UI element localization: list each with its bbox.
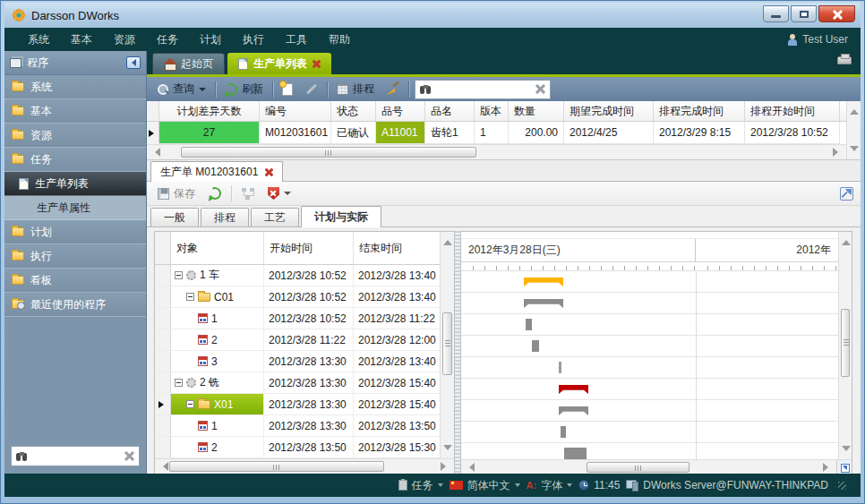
plan-hscrollbar[interactable]	[155, 458, 454, 474]
menu-item-0[interactable]: 系统	[17, 29, 60, 51]
printer-icon[interactable]	[837, 56, 852, 64]
new-button[interactable]	[278, 81, 296, 98]
orders-col-header-5[interactable]: 版本	[475, 101, 509, 121]
resize-grip-icon[interactable]	[838, 482, 846, 490]
tab-home[interactable]: 起始页	[152, 53, 225, 74]
orders-col-header-7[interactable]: 期望完成时间	[564, 101, 654, 121]
orders-col-header-3[interactable]: 品号	[376, 101, 425, 121]
plan-col-header-1[interactable]: 开始时间	[264, 232, 354, 264]
status-task-menu[interactable]: 任务	[398, 478, 443, 493]
sidebar-item-7[interactable]: 执行	[4, 244, 146, 269]
scroll-thumb[interactable]	[169, 461, 384, 472]
subtab-3[interactable]: 计划与实际	[301, 206, 381, 227]
menu-item-5[interactable]: 执行	[232, 29, 275, 51]
tab-close-icon[interactable]	[313, 60, 321, 68]
orders-col-header-0[interactable]: 计划差异天数	[159, 101, 260, 121]
menu-item-6[interactable]: 工具	[275, 29, 318, 51]
scroll-left-icon[interactable]	[150, 148, 160, 157]
gantt-hscrollbar[interactable]	[461, 460, 836, 474]
sidebar-item-4[interactable]: 生产单列表	[4, 172, 146, 196]
clear-icon[interactable]	[124, 451, 134, 461]
scroll-thumb[interactable]	[442, 312, 452, 375]
gantt-bar-2[interactable]	[526, 319, 532, 330]
maximize-button[interactable]	[791, 5, 817, 22]
menu-item-4[interactable]: 计划	[189, 29, 232, 51]
subtab-0[interactable]: 一般	[150, 208, 199, 226]
orders-data-row[interactable]: 27M012031601已确认A11001齿轮11200.002012/4/25…	[147, 122, 846, 144]
plan-row-3[interactable]: 22012/3/28 11:222012/3/28 12:00	[155, 329, 440, 351]
gantt-bar-7[interactable]	[561, 426, 566, 438]
status-font-menu[interactable]: A: 字体	[527, 478, 573, 493]
tree-expander-icon[interactable]	[186, 293, 194, 301]
gantt-vscrollbar[interactable]	[838, 232, 852, 459]
close-button[interactable]	[818, 5, 855, 22]
tab-close-icon[interactable]	[265, 168, 273, 176]
sidebar-item-8[interactable]: 看板	[4, 269, 146, 293]
query-button[interactable]: 查询	[154, 80, 210, 98]
scroll-right-icon[interactable]	[823, 463, 833, 472]
sidebar-item-6[interactable]: 计划	[4, 220, 146, 244]
refresh-detail-button[interactable]	[205, 185, 225, 201]
plan-col-header-0[interactable]: 对象	[171, 232, 264, 264]
scroll-thumb[interactable]	[587, 462, 689, 473]
scroll-up-icon[interactable]	[842, 235, 851, 245]
scroll-thumb[interactable]	[181, 147, 476, 158]
orders-vscrollbar[interactable]	[846, 101, 861, 159]
sidebar-collapse-button[interactable]	[126, 56, 141, 69]
orders-col-header-6[interactable]: 数量	[509, 101, 564, 121]
scroll-down-icon[interactable]	[842, 446, 851, 456]
plan-row-4[interactable]: 32012/3/28 13:302012/3/28 13:40	[155, 351, 440, 372]
orders-hscrollbar[interactable]	[147, 144, 846, 159]
sidebar-item-3[interactable]: 任务	[4, 148, 146, 172]
subtab-1[interactable]: 排程	[201, 208, 249, 226]
plan-row-0[interactable]: 1 车2012/3/28 10:522012/3/28 13:40	[155, 265, 440, 286]
scroll-right-icon[interactable]	[441, 462, 450, 471]
gantt-bar-3[interactable]	[532, 340, 539, 352]
tab-order-list[interactable]: 生产单列表	[227, 53, 331, 74]
orders-col-header-2[interactable]: 状态	[331, 101, 376, 121]
tree-expander-icon[interactable]	[186, 400, 194, 408]
hierarchy-button[interactable]	[238, 186, 258, 201]
menu-item-3[interactable]: 任务	[146, 29, 189, 51]
plan-row-1[interactable]: C012012/3/28 10:522012/3/28 13:40	[155, 286, 440, 308]
toolbar-search-input[interactable]	[436, 83, 531, 96]
status-language-menu[interactable]: 简体中文	[450, 478, 520, 493]
schedule-button[interactable]: 排程	[333, 80, 378, 98]
tree-expander-icon[interactable]	[175, 271, 183, 279]
menu-item-7[interactable]: 帮助	[318, 29, 361, 51]
scroll-right-icon[interactable]	[833, 148, 843, 157]
user-badge[interactable]: Test User	[787, 33, 848, 46]
clear-icon[interactable]	[535, 84, 545, 94]
sidebar-item-5[interactable]: 生产单属性	[4, 196, 146, 220]
sidebar-item-1[interactable]: 基本	[4, 99, 146, 124]
save-button[interactable]: 保存	[154, 184, 199, 203]
sidebar-search-input[interactable]	[32, 450, 120, 463]
plan-row-2[interactable]: 12012/3/28 10:522012/3/28 11:22	[155, 308, 440, 329]
plan-col-header-2[interactable]: 结束时间	[354, 232, 443, 264]
scroll-left-icon[interactable]	[158, 462, 168, 471]
tree-expander-icon[interactable]	[175, 379, 183, 387]
plan-row-8[interactable]: 22012/3/28 13:502012/3/28 15:30	[155, 437, 440, 458]
orders-col-header-1[interactable]: 编号	[260, 101, 331, 121]
tab-order-detail[interactable]: 生产单 M012031601	[150, 161, 283, 182]
refresh-button[interactable]: 刷新	[221, 80, 267, 98]
edit-button[interactable]	[302, 86, 321, 92]
orders-col-header-8[interactable]: 排程完成时间	[654, 101, 745, 121]
open-external-icon[interactable]	[840, 187, 853, 201]
sidebar-item-0[interactable]: 系统	[4, 75, 146, 99]
clean-button[interactable]	[383, 81, 403, 98]
minimize-button[interactable]	[763, 5, 789, 22]
plan-row-5[interactable]: 2 铣2012/3/28 13:302012/3/28 15:40	[155, 372, 440, 394]
plan-row-7[interactable]: 12012/3/28 13:302012/3/28 13:50	[155, 415, 440, 437]
scroll-up-icon[interactable]	[443, 235, 452, 245]
menu-item-1[interactable]: 基本	[60, 29, 103, 51]
sidebar-item-2[interactable]: 资源	[4, 124, 146, 148]
menu-item-2[interactable]: 资源	[103, 29, 146, 51]
plan-vscrollbar[interactable]	[440, 232, 454, 458]
plan-row-6[interactable]: X012012/3/28 13:302012/3/28 15:40	[155, 394, 440, 415]
scroll-thumb[interactable]	[841, 309, 850, 377]
scroll-down-icon[interactable]	[850, 146, 859, 156]
scroll-up-icon[interactable]	[850, 105, 859, 115]
orders-col-header-9[interactable]: 排程开始时间	[745, 101, 840, 121]
gantt-bar-8[interactable]	[564, 448, 587, 459]
